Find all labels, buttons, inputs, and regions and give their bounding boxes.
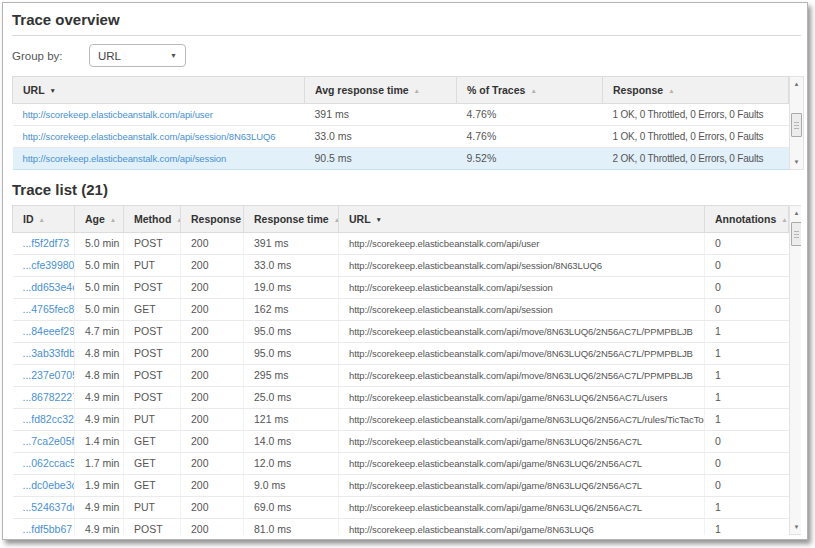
overview-vertical-scrollbar[interactable]: ▲ ▼ [789,76,804,170]
url-cell: http://scorekeep.elasticbeanstalk.com/ap… [13,148,305,170]
group-by-dropdown[interactable]: URL ▼ [89,44,186,67]
annotations-cell: 0 [705,431,789,453]
age-cell: 1.9 min [75,475,124,497]
page-title: Trace overview [12,11,801,36]
response-code-cell: 200 [181,519,244,536]
url-cell-text: http://scorekeep.elasticbeanstalk.com/ap… [349,238,539,249]
url-cell: http://scorekeep.elasticbeanstalk.com/ap… [339,409,705,431]
overview-table-area: URL▼Avg response time▲% of Traces▲Respon… [12,76,801,170]
column-header-url[interactable]: URL▼ [13,77,305,104]
url-cell: http://scorekeep.elasticbeanstalk.com/ap… [339,497,705,519]
url-cell: http://scorekeep.elasticbeanstalk.com/ap… [339,453,705,475]
column-header-annotations[interactable]: Annotations▲ [705,206,789,233]
response-code-cell: 200 [181,299,244,321]
trace-row[interactable]: ...84eeef294.7 minPOST20095.0 mshttp://s… [13,321,789,343]
trace-id-link[interactable]: ...cfe39980 [23,259,75,271]
annotations-cell: 0 [705,233,789,255]
scroll-up-arrow-icon[interactable]: ▲ [790,77,803,91]
sort-asc-icon: ▲ [781,216,787,223]
trace-row[interactable]: ...524637dc4.9 minPUT20069.0 mshttp://sc… [13,497,789,519]
annotations-cell: 1 [705,497,789,519]
trace-id-link[interactable]: ...f5f2df73 [23,237,70,249]
url-cell: http://scorekeep.elasticbeanstalk.com/ap… [339,299,705,321]
trace-id-link[interactable]: ...3ab33fdb [23,347,75,359]
method-cell: POST [124,365,181,387]
trace-id-link[interactable]: ...86782227 [23,391,75,403]
method-cell: PUT [124,497,181,519]
trace-id-link[interactable]: ...dc0ebe3c [23,479,75,491]
overview-row[interactable]: http://scorekeep.elasticbeanstalk.com/ap… [13,104,789,126]
trace-id-link[interactable]: ...84eeef29 [23,325,75,337]
column-header--of-traces[interactable]: % of Traces▲ [457,77,603,104]
trace-id-link[interactable]: ...524637dc [23,501,75,513]
scroll-down-arrow-icon[interactable]: ▼ [790,155,803,169]
trace-list-vertical-scrollbar[interactable]: ▲ ▼ [789,205,801,535]
scrollbar-thumb[interactable] [791,222,801,246]
trace-row[interactable]: ...3ab33fdb4.8 minPOST20095.0 mshttp://s… [13,343,789,365]
trace-row[interactable]: ...dc0ebe3c1.9 minGET2009.0 mshttp://sco… [13,475,789,497]
column-header-response-time[interactable]: Response time▲ [244,206,339,233]
response-time-cell: 14.0 ms [244,431,339,453]
trace-id-link[interactable]: ...237e0705 [23,369,75,381]
scroll-up-arrow-icon[interactable]: ▲ [790,206,801,220]
column-header-id[interactable]: ID▲ [13,206,75,233]
avg-response-time-cell: 33.0 ms [305,126,457,148]
url-cell-text: http://scorekeep.elasticbeanstalk.com/ap… [349,436,642,447]
trace-row[interactable]: ...fd82cc324.9 minPUT200121 mshttp://sco… [13,409,789,431]
column-header-avg-response-time[interactable]: Avg response time▲ [305,77,457,104]
trace-id-link[interactable]: ...7ca2e05f [23,435,75,447]
response-code-cell: 200 [181,365,244,387]
trace-row[interactable]: ...062ccac51.7 minGET20012.0 mshttp://sc… [13,453,789,475]
trace-id-link[interactable]: ...fdf5bb67 [23,523,73,535]
response-summary-cell-text: 1 OK, 0 Throttled, 0 Errors, 0 Faults [613,131,764,142]
trace-list-table-area: ID▲Age▲Method▲Response▲Response time▲URL… [12,205,801,535]
url-cell-text: http://scorekeep.elasticbeanstalk.com/ap… [349,304,553,315]
url-cell-text: http://scorekeep.elasticbeanstalk.com/ap… [349,502,642,513]
column-label: Response [191,213,241,225]
method-cell: POST [124,321,181,343]
trace-group-url-link[interactable]: http://scorekeep.elasticbeanstalk.com/ap… [23,131,276,142]
sort-desc-icon: ▼ [376,216,382,223]
url-cell: http://scorekeep.elasticbeanstalk.com/ap… [339,255,705,277]
trace-id-link[interactable]: ...062ccac5 [23,457,75,469]
column-header-method[interactable]: Method▲ [124,206,181,233]
column-header-response[interactable]: Response▲ [603,77,789,104]
pct-of-traces-cell: 9.52% [457,148,603,170]
trace-row[interactable]: ...7ca2e05f1.4 minGET20014.0 mshttp://sc… [13,431,789,453]
url-cell: http://scorekeep.elasticbeanstalk.com/ap… [13,126,305,148]
response-time-cell: 95.0 ms [244,321,339,343]
trace-id-cell: ...237e0705 [13,365,75,387]
column-label: Age [85,213,105,225]
response-code-cell: 200 [181,343,244,365]
overview-row[interactable]: http://scorekeep.elasticbeanstalk.com/ap… [13,148,789,170]
column-header-age[interactable]: Age▲ [75,206,124,233]
trace-row[interactable]: ...dd653e4c5.0 minPOST20019.0 mshttp://s… [13,277,789,299]
trace-id-link[interactable]: ...4765fec8 [23,303,75,315]
trace-id-link[interactable]: ...dd653e4c [23,281,75,293]
scrollbar-thumb[interactable] [791,113,802,137]
trace-row[interactable]: ...f5f2df735.0 minPOST200391 mshttp://sc… [13,233,789,255]
method-cell: POST [124,519,181,536]
avg-response-time-cell: 90.5 ms [305,148,457,170]
column-header-response[interactable]: Response▲ [181,206,244,233]
column-header-url[interactable]: URL▼ [339,206,705,233]
method-cell: POST [124,343,181,365]
url-cell: http://scorekeep.elasticbeanstalk.com/ap… [339,277,705,299]
trace-group-url-link[interactable]: http://scorekeep.elasticbeanstalk.com/ap… [23,153,227,164]
trace-id-link[interactable]: ...fd82cc32 [23,413,74,425]
trace-row[interactable]: ...237e07054.8 minPOST200295 mshttp://sc… [13,365,789,387]
trace-row[interactable]: ...cfe399805.0 minPUT20033.0 mshttp://sc… [13,255,789,277]
trace-row[interactable]: ...fdf5bb674.9 minPOST20081.0 mshttp://s… [13,519,789,536]
response-summary-cell: 2 OK, 0 Throttled, 0 Errors, 0 Faults [603,148,789,170]
trace-row[interactable]: ...4765fec85.0 minGET200162 mshttp://sco… [13,299,789,321]
overview-table: URL▼Avg response time▲% of Traces▲Respon… [12,76,789,170]
response-code-cell: 200 [181,255,244,277]
age-cell: 4.9 min [75,387,124,409]
method-cell: POST [124,233,181,255]
overview-row[interactable]: http://scorekeep.elasticbeanstalk.com/ap… [13,126,789,148]
scroll-down-arrow-icon[interactable]: ▼ [790,520,801,534]
trace-group-url-link[interactable]: http://scorekeep.elasticbeanstalk.com/ap… [23,109,213,120]
trace-row[interactable]: ...867822274.9 minPOST20025.0 mshttp://s… [13,387,789,409]
response-summary-cell-text: 1 OK, 0 Throttled, 0 Errors, 0 Faults [613,109,764,120]
trace-id-cell: ...4765fec8 [13,299,75,321]
